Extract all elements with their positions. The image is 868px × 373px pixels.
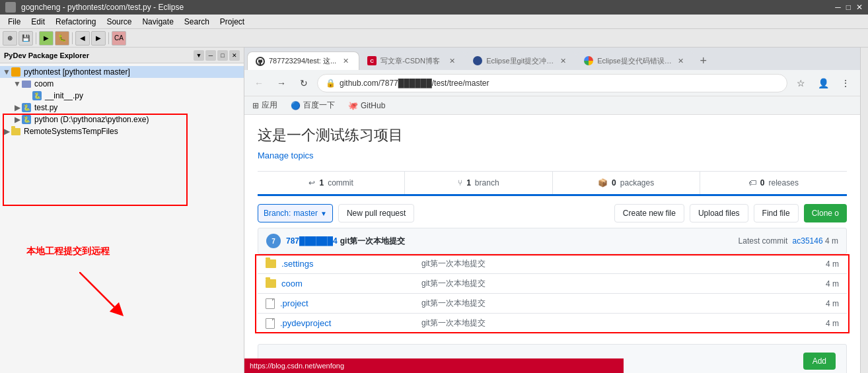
upload-files-btn[interactable]: Upload files — [690, 204, 748, 222]
file-icon-pydevproject — [266, 318, 275, 329]
create-file-label: Create new file — [623, 209, 676, 218]
forward-button[interactable]: → — [272, 74, 291, 92]
browser-tabs: 787723294/test: 这... ✕ C 写文章-CSDN博客 ✕ Ec… — [244, 48, 860, 70]
tb-forward[interactable]: ▶ — [91, 31, 106, 46]
tb-run[interactable]: ▶ — [39, 31, 54, 46]
sep1 — [36, 32, 36, 44]
more-btn[interactable]: ⋮ — [836, 74, 855, 92]
menu-navigate[interactable]: Navigate — [137, 16, 178, 28]
tb-new[interactable]: ⊕ — [3, 31, 17, 46]
file-link-coom[interactable]: coom — [281, 279, 303, 288]
tree-label-coom: coom — [34, 79, 54, 88]
panel-min[interactable]: ─ — [205, 50, 216, 61]
back-button[interactable]: ← — [250, 74, 268, 92]
tb-user[interactable]: CA — [112, 31, 126, 46]
tree-label-testpy: test.py — [34, 103, 57, 112]
bookmark-apps-label: 应用 — [262, 100, 277, 111]
file-row-settings[interactable]: .settings git第一次本地提交 4 m — [258, 254, 847, 274]
file-commit-coom: git第一次本地提交 — [411, 278, 826, 289]
sep2 — [72, 32, 73, 44]
tree-item-python[interactable]: ▶ 🐍 python (D:\pythonaz\python.exe) — [0, 114, 244, 125]
menu-edit[interactable]: Edit — [26, 16, 50, 28]
tab-eclipse-git[interactable]: Eclipse里git提交冲… ✕ — [465, 51, 576, 70]
tab-eclipse-git-close[interactable]: ✕ — [558, 55, 568, 66]
tb-save[interactable]: 💾 — [18, 31, 33, 46]
bookmark-github-label: GitHub — [361, 101, 385, 110]
minimize-btn[interactable]: ─ — [835, 3, 841, 12]
menu-source[interactable]: Source — [101, 16, 137, 28]
branch-name: master — [293, 209, 318, 218]
file-link-pydevproject[interactable]: .pydevproject — [280, 318, 331, 328]
new-tab-button[interactable]: + — [694, 51, 713, 70]
file-row-project[interactable]: .project git第一次本地提交 4 m — [258, 294, 847, 314]
folder-icon-settings — [266, 259, 276, 268]
repo-stats-bar: ↩ 1 commit ⑂ 1 branch 📦 0 packages — [258, 171, 847, 196]
file-row-coom[interactable]: coom git第一次本地提交 4 m — [258, 274, 847, 294]
sep3 — [108, 32, 109, 44]
tree-label-remote: RemoteSystemsTempFiles — [24, 127, 118, 136]
menu-refactoring[interactable]: Refactoring — [50, 16, 101, 28]
branch-selector[interactable]: Branch: master ▼ — [258, 204, 333, 222]
tree-item-init[interactable]: 🐍 __init__.py — [0, 90, 244, 102]
bookmark-apps[interactable]: ⊞ 应用 — [250, 98, 280, 112]
tab-eclipse-code-close[interactable]: ✕ — [676, 55, 686, 66]
create-new-file-btn[interactable]: Create new file — [614, 204, 684, 222]
menu-project[interactable]: Project — [215, 16, 250, 28]
commit-time: Latest commit ac35146 4 m — [739, 236, 838, 246]
maximize-btn[interactable]: □ — [846, 3, 851, 12]
close-btn[interactable]: ✕ — [856, 3, 863, 12]
bookmarks-bar: ⊞ 应用 🔵 百度一下 🐙 GitHub — [244, 96, 860, 115]
tree-label-python: python (D:\pythonaz\python.exe) — [34, 115, 149, 124]
add-readme-button[interactable]: Add — [803, 353, 836, 370]
apps-grid-icon: ⊞ — [252, 101, 259, 110]
tree-item-testpy[interactable]: ▶ 🐍 test.py — [0, 102, 244, 114]
tab-csdn-close[interactable]: ✕ — [447, 55, 457, 66]
avatar: 7 — [266, 234, 281, 248]
eclipse-icon — [5, 2, 16, 13]
stat-packages[interactable]: 📦 0 packages — [553, 172, 700, 194]
file-commit-pydevproject: git第一次本地提交 — [411, 318, 826, 329]
account-btn[interactable]: 👤 — [814, 74, 832, 92]
tab-eclipse-git-label: Eclipse里git提交冲… — [486, 56, 554, 66]
stat-releases[interactable]: 🏷 0 releases — [700, 172, 847, 194]
panel-close[interactable]: ✕ — [229, 50, 240, 61]
csdn-bar: https://blog.csdn.net/wenfong — [244, 358, 624, 373]
clone-btn[interactable]: Clone o — [804, 204, 847, 222]
tree-item-remote[interactable]: ▶ RemoteSystemsTempFiles — [0, 125, 244, 137]
commit-hash[interactable]: ac35146 — [793, 236, 823, 246]
tab-github-close[interactable]: ✕ — [340, 56, 351, 67]
file-name-project: .project — [266, 298, 411, 309]
bookmark-baidu[interactable]: 🔵 百度一下 — [288, 98, 338, 112]
stat-commits[interactable]: ↩ 1 commit — [258, 172, 405, 194]
tree-item-coom[interactable]: ▼ coom — [0, 78, 244, 90]
menu-search[interactable]: Search — [179, 16, 215, 28]
file-link-project[interactable]: .project — [280, 298, 308, 308]
find-file-btn[interactable]: Find file — [754, 204, 799, 222]
new-pull-request-btn[interactable]: New pull request — [338, 204, 414, 222]
file-link-settings[interactable]: .settings — [281, 259, 313, 269]
tb-back[interactable]: ◀ — [75, 31, 90, 46]
file-row-pydevproject[interactable]: .pydevproject git第一次本地提交 4 m — [258, 314, 847, 333]
bookmark-btn[interactable]: ☆ — [791, 74, 810, 92]
menu-file[interactable]: File — [3, 16, 26, 28]
upload-files-label: Upload files — [698, 209, 740, 218]
clone-label: Clone o — [812, 209, 839, 218]
tb-debug[interactable]: 🐛 — [55, 31, 69, 46]
tab-eclipse-code[interactable]: Eclipse提交代码错误… ✕ — [576, 51, 694, 70]
tab-csdn[interactable]: C 写文章-CSDN博客 ✕ — [359, 51, 465, 70]
panel-collapse[interactable]: ▼ — [194, 50, 204, 61]
bookmark-github[interactable]: 🐙 GitHub — [345, 100, 388, 112]
tree-item-project[interactable]: ▼ pythontest [pythontest master] — [0, 66, 244, 78]
panel-max[interactable]: □ — [217, 50, 228, 61]
browser-toolbar: ← → ↻ 🔒 github.com/7877██████/test/tree/… — [244, 70, 860, 96]
tab-eclipse-code-label: Eclipse提交代码错误… — [597, 56, 671, 66]
address-bar[interactable]: 🔒 github.com/7877██████/test/tree/master — [317, 74, 787, 92]
reload-button[interactable]: ↻ — [295, 74, 313, 92]
manage-topics-link[interactable]: Manage topics — [258, 151, 847, 160]
file-name-coom: coom — [266, 279, 411, 288]
stat-branches[interactable]: ⑂ 1 branch — [405, 172, 552, 194]
commit-message: git第一次本地提交 — [340, 236, 406, 247]
tab-github[interactable]: 787723294/test: 这... ✕ — [247, 51, 359, 70]
scrollbar-right[interactable] — [860, 48, 868, 373]
commit-user[interactable]: 787██████4 — [286, 236, 338, 246]
